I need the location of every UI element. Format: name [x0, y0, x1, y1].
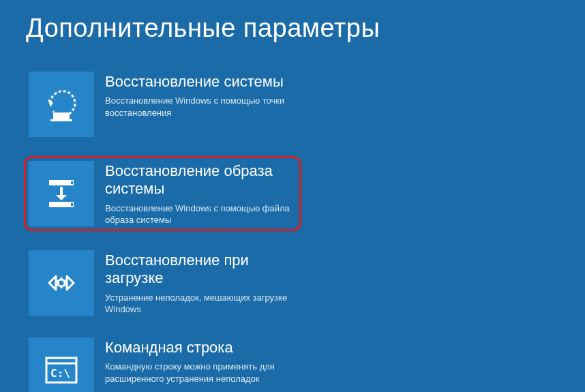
svg-line-13: [64, 284, 65, 286]
option-title: Восстановление при загрузке: [105, 252, 297, 288]
svg-marker-0: [48, 99, 53, 107]
command-prompt-icon: C:\: [29, 337, 94, 392]
svg-line-12: [57, 280, 59, 282]
option-desc: Восстановление Windows с помощью точки в…: [105, 95, 297, 119]
startup-repair-icon: [29, 250, 94, 316]
svg-rect-2: [50, 119, 72, 121]
option-desc: Командную строку можно применять для рас…: [105, 361, 284, 385]
option-command-prompt[interactable]: C:\ Командная строка Командную строку мо…: [26, 335, 292, 392]
svg-rect-3: [49, 180, 74, 185]
svg-text:C:\: C:\: [50, 367, 70, 380]
svg-line-14: [57, 284, 59, 286]
svg-rect-6: [71, 203, 73, 206]
option-text: Восстановление образа системы Восстановл…: [105, 161, 297, 226]
option-title: Восстановление системы: [105, 73, 297, 91]
svg-rect-5: [49, 202, 74, 207]
options-grid: Восстановление системы Восстановление Wi…: [26, 69, 559, 392]
page-title: Дополнительные параметры: [26, 14, 559, 43]
svg-rect-4: [71, 181, 73, 184]
right-column: C:\ Командная строка Командную строку мо…: [26, 335, 292, 392]
image-recovery-icon: [29, 161, 94, 226]
left-column: Восстановление системы Восстановление Wi…: [26, 69, 305, 335]
system-restore-icon: [29, 72, 94, 137]
svg-line-15: [64, 280, 65, 282]
main-panel: Дополнительные параметры Восстановление …: [0, 0, 585, 392]
option-text: Командная строка Командную строку можно …: [105, 337, 289, 385]
svg-marker-8: [56, 195, 67, 200]
option-system-restore[interactable]: Восстановление системы Восстановление Wi…: [26, 69, 305, 140]
option-text: Восстановление при загрузке Устранение н…: [105, 250, 303, 316]
option-desc: Восстановление Windows с помощью файла о…: [105, 202, 291, 226]
option-desc: Устранение неполадок, мешающих загрузке …: [105, 292, 297, 316]
svg-rect-1: [53, 112, 70, 119]
option-startup-repair[interactable]: Восстановление при загрузке Устранение н…: [26, 247, 305, 318]
option-title: Командная строка: [105, 339, 284, 357]
option-image-recovery[interactable]: Восстановление образа системы Восстановл…: [24, 156, 301, 231]
option-text: Восстановление системы Восстановление Wi…: [105, 72, 303, 119]
option-title: Восстановление образа системы: [105, 162, 291, 198]
